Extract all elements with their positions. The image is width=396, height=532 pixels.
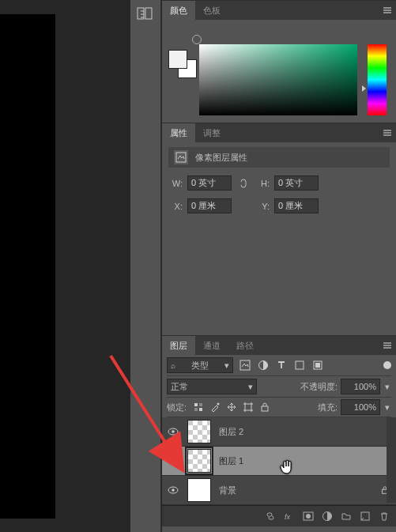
blend-mode-select[interactable]: 正常 ▾ [167, 379, 257, 394]
opacity-input[interactable]: 100% [341, 379, 380, 394]
visibility-icon[interactable] [167, 484, 179, 496]
tab-layers[interactable]: 图层 [162, 336, 195, 355]
layer-name[interactable]: 图层 1 [219, 455, 243, 467]
layer-thumbnail[interactable] [187, 478, 211, 502]
svg-point-18 [172, 459, 175, 462]
visibility-icon[interactable] [167, 425, 179, 438]
tab-color[interactable]: 颜色 [162, 1, 195, 20]
layer-row[interactable]: 图层 1 [162, 447, 396, 476]
filter-adjust-icon[interactable] [258, 360, 269, 371]
canvas[interactable] [0, 14, 55, 519]
width-input[interactable] [187, 175, 232, 191]
tab-properties[interactable]: 属性 [162, 123, 195, 142]
lock-move-icon[interactable] [226, 402, 237, 413]
tabbar-layers: 图层 通道 路径 [162, 336, 396, 355]
opacity-label: 不透明度: [300, 381, 338, 393]
hue-strip[interactable] [368, 44, 387, 115]
tabbar-properties: 属性 调整 [162, 123, 396, 142]
tab-channels[interactable]: 通道 [195, 336, 228, 355]
color-field[interactable] [199, 44, 357, 115]
lock-pixels-icon[interactable] [193, 402, 204, 413]
layer-name[interactable]: 背景 [219, 485, 236, 496]
fill-value: 100% [354, 402, 376, 412]
canvas-area[interactable] [0, 0, 128, 532]
fx-icon[interactable]: fx [284, 511, 295, 522]
x-input[interactable] [187, 198, 232, 213]
panel-color: 颜色 色板 [162, 0, 396, 118]
layer-thumbnail[interactable] [187, 449, 211, 473]
chevron-down-icon: ▾ [224, 360, 229, 371]
group-icon[interactable] [341, 511, 352, 522]
filter-label: 类型 [191, 360, 209, 372]
new-layer-icon[interactable] [360, 511, 371, 522]
adjustment-layer-icon[interactable] [322, 511, 333, 522]
panel-stack: 颜色 色板 属性 调整 [162, 0, 396, 532]
layer-thumbnail[interactable] [187, 420, 211, 443]
tab-adjustments[interactable]: 调整 [195, 123, 228, 142]
mask-icon[interactable] [303, 511, 314, 522]
height-input[interactable] [274, 175, 319, 191]
link-wh-icon[interactable] [236, 176, 251, 191]
properties-body: 像素图层属性 W: H: X: Y: [162, 142, 396, 330]
opacity-flyout[interactable]: ▾ [383, 379, 391, 394]
layers-scrollbar[interactable] [387, 417, 396, 503]
chevron-down-icon: ▾ [248, 382, 253, 392]
svg-rect-5 [296, 361, 304, 369]
layers-controls: ⌕ 类型 ▾ 正常 ▾ 不透明度: [162, 355, 396, 417]
link-layers-icon[interactable] [265, 511, 276, 522]
layer-row[interactable]: 背景 [162, 476, 396, 505]
panel-properties: 属性 调整 像素图层属性 W: H: [162, 123, 396, 330]
properties-header: 像素图层属性 [168, 147, 390, 168]
lock-artboard-icon[interactable] [243, 402, 254, 413]
vertical-dock[interactable] [130, 0, 161, 532]
fg-bg-swatch[interactable] [168, 50, 197, 78]
fill-label: 填充: [318, 402, 338, 413]
layer-row[interactable]: 图层 2 [162, 417, 396, 447]
x-label: X: [168, 202, 183, 211]
trash-icon[interactable] [379, 511, 390, 522]
color-picker-handle[interactable] [192, 35, 202, 44]
svg-text:fx: fx [285, 513, 291, 521]
y-label: Y: [255, 202, 270, 211]
opacity-value: 100% [354, 382, 376, 391]
filter-smart-icon[interactable] [312, 360, 323, 371]
fg-color-swatch[interactable] [168, 50, 187, 69]
hue-slider-handle[interactable] [362, 85, 366, 92]
lock-all-icon[interactable] [259, 402, 270, 413]
lock-label: 锁定: [167, 402, 187, 413]
panel-menu-icon[interactable] [382, 340, 393, 351]
panel-dock-icon[interactable] [136, 5, 155, 22]
filter-shape-icon[interactable] [294, 360, 305, 371]
tab-swatches[interactable]: 色板 [195, 1, 228, 20]
filter-toggle[interactable] [383, 361, 391, 369]
blend-mode-value: 正常 [171, 381, 188, 393]
layer-filter-select[interactable]: ⌕ 类型 ▾ [167, 357, 233, 373]
svg-rect-13 [245, 404, 251, 410]
tab-paths[interactable]: 路径 [228, 336, 262, 355]
svg-point-20 [172, 489, 175, 492]
svg-point-24 [306, 514, 311, 519]
layers-bottom-bar: fx [162, 505, 396, 526]
fill-input[interactable]: 100% [341, 399, 380, 415]
visibility-icon[interactable] [167, 455, 179, 467]
svg-rect-9 [199, 403, 202, 406]
layer-name[interactable]: 图层 2 [219, 426, 243, 438]
color-panel-body [162, 20, 396, 118]
search-icon: ⌕ [171, 361, 175, 370]
svg-rect-1 [145, 8, 152, 19]
panel-menu-icon[interactable] [382, 127, 393, 138]
lock-brush-icon[interactable] [209, 402, 221, 413]
tabbar-color: 颜色 色板 [162, 1, 396, 20]
height-label: H: [255, 179, 270, 188]
panel-menu-icon[interactable] [382, 5, 393, 16]
properties-title: 像素图层属性 [195, 152, 247, 164]
fill-flyout[interactable]: ▾ [383, 400, 391, 414]
y-input[interactable] [274, 198, 319, 213]
filter-image-icon[interactable] [239, 360, 251, 371]
filter-type-icons [239, 360, 323, 371]
svg-point-12 [217, 403, 220, 406]
svg-point-16 [172, 430, 175, 433]
svg-rect-11 [199, 408, 202, 411]
filter-text-icon[interactable] [276, 360, 287, 371]
svg-rect-7 [315, 363, 320, 368]
